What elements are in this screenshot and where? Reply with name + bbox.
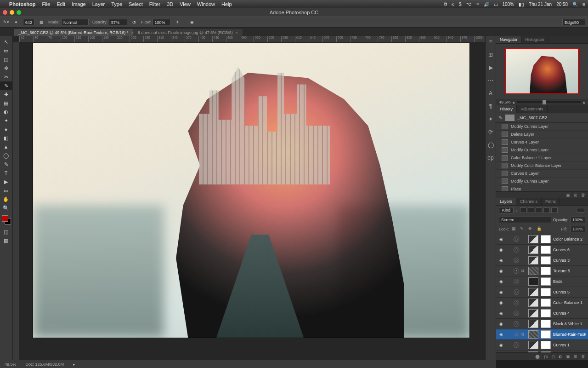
layer-mask-thumbnail[interactable] xyxy=(541,309,551,317)
layer-row[interactable]: ◉◌Color Balance 1 xyxy=(496,298,588,308)
delete-layer-icon[interactable]: 🗑 xyxy=(581,354,585,359)
airbrush-icon[interactable]: ✈ xyxy=(175,19,181,25)
tool-button[interactable]: ✥ xyxy=(0,64,12,72)
menu-view[interactable]: View xyxy=(180,1,191,7)
ruler-vertical[interactable] xyxy=(13,42,19,360)
status-icon-2[interactable]: ⎋ xyxy=(452,2,454,7)
history-snapshot-icon[interactable]: ▣ xyxy=(566,193,570,197)
history-source[interactable]: ✎ _MG_6607.CR2 xyxy=(496,113,588,123)
layer-opacity-input[interactable]: 100% xyxy=(570,217,585,223)
opacity-pressure-icon[interactable]: ◔ xyxy=(131,19,137,25)
tool-button[interactable]: ◐ xyxy=(0,108,12,116)
layer-visibility-icon[interactable]: ◉ xyxy=(498,332,504,337)
layer-visibility-icon[interactable]: ◉ xyxy=(498,258,504,263)
tool-button[interactable]: ◫ xyxy=(0,55,12,63)
tool-button[interactable]: ◧ xyxy=(0,134,12,142)
tab-paths[interactable]: Paths xyxy=(542,198,560,205)
dock-panel-icon[interactable]: ✦ xyxy=(488,116,493,122)
tool-button[interactable]: ▭ xyxy=(0,186,12,195)
layer-thumbnail[interactable] xyxy=(528,309,538,317)
history-item[interactable]: Modify Curves Layer xyxy=(496,178,588,185)
history-item[interactable]: Curves 5 Layer xyxy=(496,170,588,178)
close-tab-icon[interactable]: × xyxy=(236,30,238,35)
tool-button[interactable]: ● xyxy=(0,125,12,133)
window-maximize-button[interactable] xyxy=(17,10,21,15)
layer-visibility-icon[interactable]: ◉ xyxy=(498,237,504,242)
brush-panel-icon[interactable]: ▦ xyxy=(38,19,45,25)
history-item[interactable]: Delete Layer xyxy=(496,131,588,138)
tool-button[interactable]: ▭ xyxy=(0,46,12,55)
menu-3d[interactable]: 3D xyxy=(167,1,173,7)
tool-button[interactable]: ✎ xyxy=(0,160,12,168)
layer-visibility-icon[interactable]: ◉ xyxy=(498,290,504,294)
layer-mask-thumbnail[interactable] xyxy=(541,277,551,286)
layer-row[interactable]: ◉◌Curves 6 xyxy=(496,245,588,255)
layer-visibility-icon[interactable]: ◉ xyxy=(498,247,504,252)
layer-thumbnail[interactable] xyxy=(528,267,538,275)
layer-name[interactable]: Curves 6 xyxy=(553,247,586,252)
layer-mask-thumbnail[interactable] xyxy=(541,246,551,254)
layer-mask-thumbnail[interactable] xyxy=(541,330,551,339)
tool-button[interactable]: ✋ xyxy=(0,195,12,203)
tab-navigator[interactable]: Navigator xyxy=(496,36,522,43)
tool-button[interactable]: ◫ xyxy=(0,228,12,236)
tab-history[interactable]: History xyxy=(496,105,517,113)
dock-panel-icon[interactable]: ¶ xyxy=(489,103,492,109)
navigator-preview[interactable] xyxy=(496,44,588,99)
layer-fx-indicator[interactable]: ◌ xyxy=(514,342,519,348)
layer-name[interactable]: Blurred-Rain-Texture xyxy=(553,332,586,337)
dock-panel-icon[interactable]: ⋯ xyxy=(488,77,493,84)
layer-name[interactable]: Color Balance 2 xyxy=(553,237,586,242)
blend-mode-select[interactable]: Screen xyxy=(499,217,551,223)
layer-link-icon[interactable]: ⧉ xyxy=(521,269,526,274)
lock-transparent-icon[interactable]: ▦ xyxy=(512,226,517,232)
layer-thumbnail[interactable] xyxy=(528,235,538,243)
tool-button[interactable]: ▲ xyxy=(0,143,12,151)
layer-row[interactable]: ◉◌Curves 4 xyxy=(496,308,588,319)
tool-button[interactable]: ◯ xyxy=(0,151,12,160)
filter-smart-icon[interactable] xyxy=(551,207,558,213)
lock-all-icon[interactable]: 🔒 xyxy=(537,226,542,232)
brush-size-input[interactable]: 642 xyxy=(23,19,34,25)
foreground-swatch[interactable] xyxy=(2,215,8,222)
menu-edit[interactable]: Edit xyxy=(57,1,65,7)
layer-fx-indicator[interactable]: ◌ xyxy=(514,247,519,253)
filter-toggle[interactable] xyxy=(576,208,585,213)
layer-name[interactable]: Curves 1 xyxy=(553,343,586,347)
layer-row[interactable]: ◉◌⧉Blurred-Rain-Texture xyxy=(496,329,588,340)
history-item[interactable]: Modify Color Balance Layer xyxy=(496,162,588,170)
layer-mask-thumbnail[interactable] xyxy=(541,256,551,264)
color-swatches[interactable] xyxy=(0,215,12,227)
layer-fx-indicator[interactable]: ◌ xyxy=(514,289,519,295)
tool-button[interactable]: ▶ xyxy=(0,178,12,186)
tool-button[interactable]: ✎ xyxy=(0,81,12,90)
canvas[interactable] xyxy=(33,43,469,338)
history-trash-icon[interactable]: 🗑 xyxy=(581,193,585,197)
status-zoom[interactable]: 49.5% xyxy=(5,362,17,367)
menu-app[interactable]: Photoshop xyxy=(9,1,35,7)
layer-visibility-icon[interactable]: ◉ xyxy=(498,300,504,305)
menu-image[interactable]: Image xyxy=(72,1,86,7)
zoom-in-icon[interactable]: ▴ xyxy=(583,100,585,104)
tab-histogram[interactable]: Histogram xyxy=(522,36,548,43)
menu-extra-icon[interactable]: ≡ xyxy=(582,2,585,7)
zoom-out-icon[interactable]: ▴ xyxy=(513,100,515,104)
layer-visibility-icon[interactable]: ◉ xyxy=(498,311,504,316)
menu-type[interactable]: Type xyxy=(111,1,122,7)
status-arrow-icon[interactable]: ▸ xyxy=(73,362,75,367)
mode-select[interactable]: Normal xyxy=(61,19,89,25)
tool-button[interactable]: ✂ xyxy=(0,73,12,81)
dock-panel-icon[interactable]: ▶ xyxy=(489,64,493,71)
layer-name[interactable]: Curves 5 xyxy=(553,290,586,294)
filter-adjust-icon[interactable] xyxy=(528,207,534,213)
tool-button[interactable]: ▦ xyxy=(0,236,12,245)
menu-help[interactable]: Help xyxy=(221,1,232,7)
layer-row[interactable]: ◉◌Curves 5 xyxy=(496,287,588,298)
layer-visibility-icon[interactable]: ◉ xyxy=(498,322,504,326)
layer-mask-thumbnail[interactable] xyxy=(541,267,551,275)
layer-fx-indicator[interactable]: ◌ xyxy=(514,310,519,316)
status-volume-icon[interactable]: 🔊 xyxy=(484,2,489,7)
layer-mask-thumbnail[interactable] xyxy=(541,341,551,349)
history-item[interactable]: Modify Curves Layer xyxy=(496,123,588,131)
tab-layers[interactable]: Layers xyxy=(496,198,516,205)
